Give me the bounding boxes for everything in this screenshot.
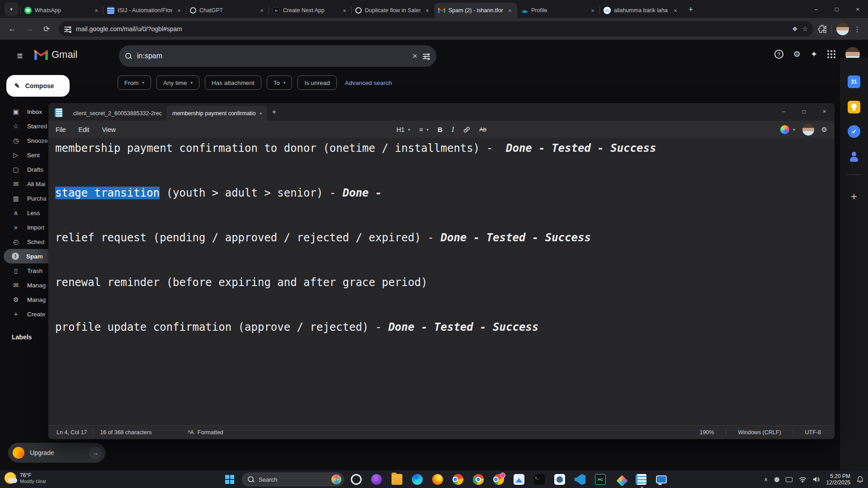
chevron-down-icon[interactable]: ▾ <box>793 127 795 132</box>
close-tab-icon[interactable]: × <box>589 7 596 14</box>
taskbar-chatgpt-app[interactable] <box>348 471 364 488</box>
clear-search-icon[interactable]: × <box>412 51 417 61</box>
notepad-tab-membership-active[interactable]: membership payment confirmation ● <box>167 106 267 121</box>
maximize-window-icon[interactable]: □ <box>794 103 814 121</box>
reload-icon[interactable]: ⟳ <box>39 21 54 37</box>
gmail-logo[interactable]: Gmail <box>34 49 77 61</box>
bookmark-star-icon[interactable]: ☆ <box>802 25 808 33</box>
insert-link-icon[interactable] <box>463 126 470 133</box>
zoom-level[interactable]: 190% <box>688 429 726 436</box>
encoding[interactable]: UTF-8 <box>793 429 833 436</box>
list-button[interactable]: ≡ <box>419 126 423 133</box>
settings-gear-icon[interactable]: ⚙ <box>793 49 801 59</box>
taskbar-vscode[interactable] <box>572 471 588 488</box>
tray-app-icon[interactable] <box>774 477 779 482</box>
gemini-icon[interactable]: ✦ <box>811 49 817 59</box>
italic-button[interactable]: I <box>452 126 454 134</box>
taskbar-file-explorer[interactable] <box>389 471 405 488</box>
taskbar-chrome-2[interactable] <box>470 471 486 488</box>
gmail-search-bar[interactable]: in:spam × <box>119 45 436 67</box>
url-text[interactable]: mail.google.com/mail/u/0/?ogbl#spam <box>76 25 788 33</box>
search-input[interactable]: in:spam <box>137 52 407 60</box>
browser-tab-nextapp[interactable]: N Create Next App × <box>269 3 352 18</box>
close-window-icon[interactable]: × <box>814 103 835 121</box>
minimize-window-icon[interactable]: – <box>774 103 794 121</box>
bing-daily-image-icon[interactable] <box>331 474 341 484</box>
taskbar-search[interactable]: Search <box>242 473 344 486</box>
taskbar-clock[interactable]: 5:20 PM 12/2/2025 <box>826 473 850 486</box>
back-icon[interactable]: ← <box>5 21 20 37</box>
address-bar[interactable]: mail.google.com/mail/u/0/?ogbl#spam ❖ ☆ <box>59 21 813 37</box>
help-icon[interactable]: ? <box>774 50 783 59</box>
browser-tab-gmail-spam-active[interactable]: Spam (2) - ishann.tforce@ × <box>434 3 517 18</box>
display-icon[interactable] <box>786 477 793 482</box>
taskbar-edge[interactable] <box>409 471 425 488</box>
formatted-indicator[interactable]: ᴬA Formatted <box>188 429 223 436</box>
google-apps-grid-icon[interactable] <box>827 50 835 58</box>
browser-tab-google-search[interactable]: G allahumma barik laha - G × <box>600 3 683 18</box>
taskbar-purple-app[interactable] <box>368 471 385 488</box>
browser-tab-duplicate-flow[interactable]: Duplicate flow in Salesfor × <box>352 3 434 18</box>
filter-chip-has-attachment[interactable]: Has attachment <box>205 75 261 90</box>
taskbar-chrome-active[interactable] <box>491 471 507 488</box>
weather-widget[interactable]: 76°F Mostly clear <box>5 472 47 484</box>
close-tab-icon[interactable]: × <box>672 7 679 14</box>
close-window-icon[interactable]: × <box>847 0 868 18</box>
minimize-window-icon[interactable]: – <box>806 0 826 18</box>
close-tab-icon[interactable]: × <box>506 7 514 14</box>
browser-profile-avatar[interactable] <box>836 23 849 35</box>
close-tab-icon[interactable]: × <box>424 7 431 14</box>
browser-tab-chatgpt[interactable]: ChatGPT × <box>186 3 269 18</box>
copilot-icon[interactable] <box>780 125 789 134</box>
taskbar-chrome-1[interactable] <box>450 471 466 488</box>
arrow-right-icon[interactable]: → <box>89 446 102 459</box>
taskbar-notepad[interactable] <box>633 471 649 488</box>
close-tab-icon[interactable]: × <box>258 7 265 14</box>
calendar-icon[interactable]: 31 <box>847 75 861 89</box>
volume-icon[interactable] <box>813 476 820 483</box>
restore-window-icon[interactable]: □ <box>826 0 847 18</box>
chevron-down-icon[interactable]: ▾ <box>427 127 429 132</box>
site-settings-icon[interactable] <box>64 26 71 32</box>
advanced-search-link[interactable]: Advanced search <box>345 80 392 86</box>
filter-chip-any-time[interactable]: Any time ▾ <box>156 75 199 90</box>
keep-icon[interactable] <box>847 100 861 114</box>
forward-icon[interactable]: → <box>22 21 37 37</box>
tab-search-button[interactable]: ▾ <box>5 2 18 16</box>
taskbar-photos-app[interactable] <box>511 471 527 488</box>
upgrade-button[interactable]: Upgrade → <box>8 443 105 463</box>
reading-mode-icon[interactable]: ❖ <box>792 25 798 33</box>
heading-style-button[interactable]: H1 <box>396 126 405 133</box>
get-addons-icon[interactable]: + <box>847 190 861 203</box>
main-menu-icon[interactable]: ≡ <box>10 46 30 66</box>
hidden-icons-chevron[interactable]: ∧ <box>764 476 768 483</box>
extensions-puzzle-icon[interactable] <box>818 24 827 33</box>
search-filters-icon[interactable] <box>423 53 430 59</box>
close-tab-icon[interactable]: × <box>93 7 100 14</box>
taskbar-firefox[interactable] <box>429 471 446 488</box>
browser-tab-whatsapp[interactable]: ☎ WhatsApp × <box>21 3 104 18</box>
new-tab-button[interactable]: + <box>684 3 697 16</box>
filter-chip-is-unread[interactable]: Is unread <box>297 75 336 90</box>
start-button[interactable] <box>222 471 238 488</box>
close-tab-icon[interactable]: × <box>175 7 183 14</box>
chevron-down-icon[interactable]: ▾ <box>408 127 410 132</box>
taskbar-pgadmin[interactable] <box>552 471 568 488</box>
browser-tab-salesforce-profile[interactable]: ☁ Profile × <box>517 3 600 18</box>
clear-formatting-icon[interactable]: Ab <box>479 126 486 133</box>
compose-button[interactable]: ✎ Compose <box>6 75 70 97</box>
line-ending[interactable]: Windows (CRLF) <box>726 429 793 436</box>
taskbar-diamond-app[interactable] <box>613 471 629 488</box>
notepad-new-tab-button[interactable]: + <box>267 105 281 119</box>
tasks-icon[interactable]: ✓ <box>847 125 861 138</box>
browser-tab-isij[interactable]: ISIJ - Automation/Flows S × <box>104 3 186 18</box>
wifi-icon[interactable] <box>799 477 807 483</box>
bold-button[interactable]: B <box>438 126 443 133</box>
notepad-account-avatar[interactable] <box>802 124 814 136</box>
taskbar-monitor-app[interactable] <box>653 471 670 488</box>
menu-view[interactable]: View <box>102 126 116 133</box>
menu-file[interactable]: File <box>56 126 66 133</box>
close-tab-icon[interactable]: × <box>341 7 348 14</box>
contacts-icon[interactable] <box>847 150 861 164</box>
taskbar-terminal[interactable]: ›_ <box>531 471 547 488</box>
